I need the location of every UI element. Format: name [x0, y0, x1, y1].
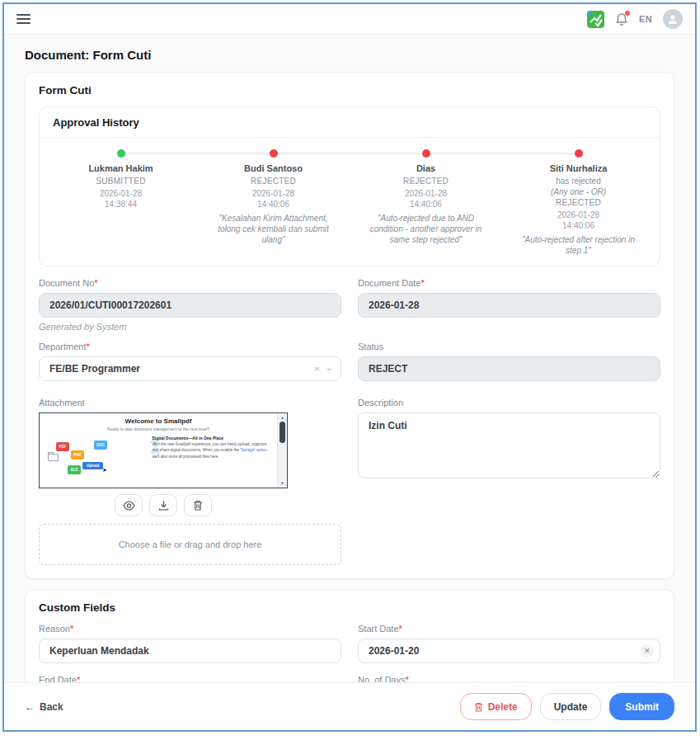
notification-dot	[625, 11, 630, 16]
topbar: EN	[4, 4, 695, 35]
page-title: Document: Form Cuti	[25, 48, 674, 62]
custom-fields-card: Custom Fields Reason* Start Date* ✕ End …	[25, 589, 674, 682]
department-field: Department* × ⌄	[39, 342, 341, 381]
submit-button[interactable]: Submit	[609, 693, 674, 720]
approval-mode: (Any one - OR)	[515, 187, 641, 196]
reason-label: Reason*	[39, 624, 341, 634]
folder-icon	[48, 454, 59, 461]
preview-scrollbar[interactable]: ▲ ▼	[277, 413, 287, 488]
department-label: Department*	[39, 342, 341, 351]
department-select[interactable]	[39, 356, 341, 381]
no-of-days-label: No. of Days*	[358, 675, 660, 682]
status-field: Status	[358, 342, 660, 381]
xls-file-badge: XLS	[68, 465, 81, 474]
approval-time: 14:40:06	[363, 199, 489, 210]
cursor-icon: ➤	[102, 467, 107, 474]
attachment-field: Attachment Welcome to Smallpdf Ready to …	[39, 398, 341, 565]
approver-name: Budi Santoso	[210, 163, 336, 173]
delete-button[interactable]: Delete	[460, 693, 532, 720]
pdf-section-title: Digital Documents—All in One Place	[152, 436, 270, 441]
approver-name: Dias	[363, 163, 489, 173]
dropzone-text: Choose a file or drag and drop here	[119, 540, 262, 549]
status-input	[358, 356, 660, 381]
required-asterisk: *	[399, 624, 402, 634]
approval-date: 2026-01-28	[210, 188, 336, 199]
back-link[interactable]: ← Back	[25, 701, 63, 713]
scroll-up-icon[interactable]: ▲	[280, 414, 285, 421]
png-file-badge: PNG	[71, 450, 84, 460]
approval-time: 14:40:06	[210, 199, 336, 210]
update-button[interactable]: Update	[540, 693, 602, 720]
pdf-subtitle: Ready to take document management to the…	[46, 427, 270, 431]
approval-status: REJECTED	[515, 198, 641, 207]
approval-time: 14:40:06	[515, 220, 641, 231]
user-avatar[interactable]	[663, 9, 683, 29]
form-title: Form Cuti	[39, 84, 660, 97]
attachment-actions	[39, 494, 288, 516]
status-dot-rejected	[575, 149, 583, 158]
description-field: Description Izin Cuti	[358, 398, 660, 565]
option-link: option	[256, 448, 267, 452]
topbar-right: EN	[587, 9, 683, 29]
approval-step-3: Dias REJECTED 2026-01-28 14:40:06 "Auto-…	[350, 149, 502, 256]
no-of-days-field: No. of Days*	[358, 675, 660, 682]
pdf-file-badge: PDF	[56, 442, 69, 451]
required-asterisk: *	[405, 675, 408, 682]
pdf-text-block: 1 Digital Documents—All in One Place Wit…	[147, 436, 270, 475]
footer-bar: ← Back Delete Update Submit	[4, 682, 695, 730]
file-dropzone[interactable]: Choose a file or drag and drop here	[39, 524, 341, 565]
submit-label: Submit	[625, 701, 659, 713]
approval-status: REJECTED	[210, 177, 336, 186]
department-clear-icon[interactable]: ×	[314, 364, 319, 374]
back-label: Back	[40, 701, 63, 713]
approval-timeline: Lukman Hakim SUBMITTED 2026-01-28 14:38:…	[40, 138, 660, 266]
approver-name: Lukman Hakim	[58, 163, 184, 173]
dots-decoration: · ·	[86, 436, 96, 441]
reason-field: Reason*	[39, 624, 341, 663]
approval-step-1: Lukman Hakim SUBMITTED 2026-01-28 14:38:…	[45, 149, 197, 256]
eye-icon	[123, 501, 135, 511]
approval-status: REJECTED	[363, 177, 489, 186]
trash-icon	[474, 702, 483, 712]
document-no-input	[39, 293, 341, 318]
trash-icon	[193, 500, 203, 511]
approver-pre-status: has rejected	[515, 177, 641, 186]
approval-comment: "Kesalahan Kirim Attachment, tolong cek …	[210, 213, 336, 245]
delete-label: Delete	[488, 701, 518, 713]
document-date-input	[358, 293, 660, 318]
hamburger-menu-icon[interactable]	[16, 12, 31, 26]
start-date-input[interactable]	[358, 639, 660, 663]
approval-date: 2026-01-28	[363, 188, 489, 199]
custom-fields-title: Custom Fields	[39, 601, 660, 614]
attachment-preview: Welcome to Smallpdf Ready to take docume…	[39, 412, 288, 488]
document-no-label: Document No*	[39, 278, 341, 288]
app-logo-icon[interactable]	[587, 11, 604, 28]
approval-step-4: Siti Nurhaliza has rejected (Any one - O…	[502, 149, 655, 256]
notifications-bell-icon[interactable]	[615, 12, 628, 26]
back-arrow-icon: ←	[25, 701, 35, 713]
status-dot-rejected	[270, 149, 278, 158]
description-textarea[interactable]: Izin Cuti	[358, 412, 660, 478]
download-icon	[158, 500, 169, 511]
pdf-title: Welcome to Smallpdf	[46, 417, 270, 425]
download-attachment-button[interactable]	[149, 494, 177, 516]
delete-attachment-button[interactable]	[184, 494, 212, 516]
approval-status: SUBMITTED	[58, 177, 184, 186]
end-date-label: End Date*	[39, 675, 341, 682]
doc-file-badge: DOC	[94, 441, 107, 450]
scrollbar-thumb[interactable]	[280, 422, 285, 443]
document-no-helper: Generated by System	[39, 322, 341, 332]
start-date-label: Start Date*	[358, 624, 660, 634]
reason-input[interactable]	[39, 639, 341, 663]
language-selector[interactable]: EN	[639, 14, 652, 24]
start-date-clear-icon[interactable]: ✕	[641, 644, 654, 658]
status-label: Status	[358, 342, 660, 351]
pdf-body-text: With the new Smallpdf experience, you ca…	[152, 441, 270, 460]
approval-comment: "Auto-rejected after rejection in step 1…	[515, 234, 641, 256]
upload-button-illustration: Upload	[82, 462, 103, 469]
attachment-label: Attachment	[39, 398, 341, 408]
approval-history-title: Approval History	[53, 116, 139, 129]
view-attachment-button[interactable]	[115, 494, 143, 516]
description-label: Description	[358, 398, 660, 408]
scroll-down-icon[interactable]: ▼	[280, 480, 285, 487]
